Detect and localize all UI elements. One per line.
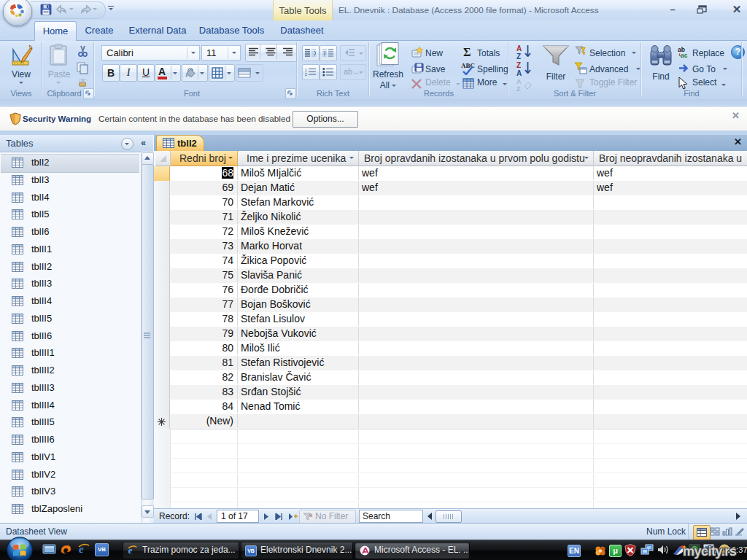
svg-text:A: A xyxy=(516,78,522,85)
svg-text:ac: ac xyxy=(681,52,688,58)
svg-text:Z: Z xyxy=(516,85,521,92)
svg-text:Z: Z xyxy=(516,52,521,60)
svg-text:ABC: ABC xyxy=(461,62,475,69)
svg-text:A: A xyxy=(516,69,522,77)
svg-text:Z: Z xyxy=(516,61,521,69)
svg-text:Σ: Σ xyxy=(463,46,471,58)
svg-text:A: A xyxy=(516,44,522,52)
svg-text:1: 1 xyxy=(305,68,307,72)
svg-text:2: 2 xyxy=(305,72,307,77)
